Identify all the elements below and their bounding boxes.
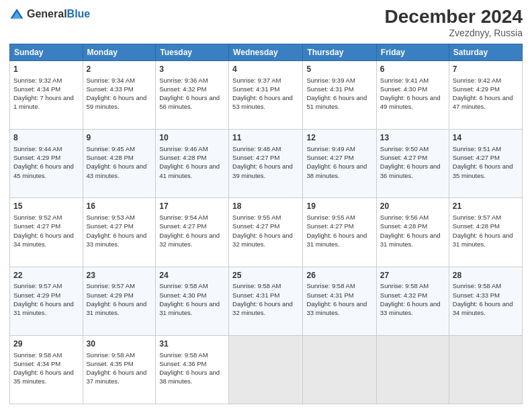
sunrise-label: Sunrise: 9:58 AM	[380, 282, 429, 289]
calendar-cell: 12Sunrise: 9:49 AMSunset: 4:27 PMDayligh…	[303, 130, 376, 198]
daylight-label: Daylight: 7 hours and 1 minute.	[13, 94, 74, 110]
logo-icon	[9, 7, 24, 21]
calendar-cell: 18Sunrise: 9:55 AMSunset: 4:27 PMDayligh…	[229, 198, 303, 267]
calendar-table: Sunday Monday Tuesday Wednesday Thursday…	[9, 44, 523, 404]
location-title: Zvezdnyy, Russia	[385, 28, 523, 38]
day-number: 17	[159, 201, 225, 212]
calendar-cell: 30Sunrise: 9:58 AMSunset: 4:35 PMDayligh…	[83, 335, 156, 404]
day-number: 1	[13, 64, 79, 75]
calendar-cell: 24Sunrise: 9:58 AMSunset: 4:30 PMDayligh…	[156, 267, 229, 335]
sunrise-label: Sunrise: 9:58 AM	[159, 351, 208, 359]
day-number: 15	[13, 201, 79, 212]
sunset-label: Sunset: 4:28 PM	[87, 154, 134, 161]
day-number: 7	[453, 64, 519, 75]
sunrise-label: Sunrise: 9:58 AM	[13, 351, 62, 359]
day-number: 31	[159, 338, 225, 350]
day-number: 5	[306, 64, 372, 75]
sunrise-label: Sunrise: 9:52 AM	[13, 214, 62, 221]
sunset-label: Sunset: 4:34 PM	[13, 360, 60, 367]
sunset-label: Sunset: 4:27 PM	[13, 222, 60, 230]
logo-general: General	[27, 8, 67, 19]
calendar-cell: 5Sunrise: 9:39 AMSunset: 4:31 PMDaylight…	[303, 60, 376, 129]
calendar-cell: 3Sunrise: 9:36 AMSunset: 4:32 PMDaylight…	[156, 60, 229, 129]
logo-text: GeneralBlue	[27, 9, 90, 19]
calendar-week-3: 15Sunrise: 9:52 AMSunset: 4:27 PMDayligh…	[10, 198, 523, 267]
sunrise-label: Sunrise: 9:48 AM	[232, 145, 281, 152]
daylight-label: Daylight: 6 hours and 35 minutes.	[453, 163, 513, 179]
calendar-cell: 25Sunrise: 9:58 AMSunset: 4:31 PMDayligh…	[229, 267, 303, 335]
calendar-cell: 19Sunrise: 9:55 AMSunset: 4:27 PMDayligh…	[303, 198, 376, 267]
calendar-week-5: 29Sunrise: 9:58 AMSunset: 4:34 PMDayligh…	[10, 335, 523, 404]
daylight-label: Daylight: 6 hours and 31 minutes.	[87, 300, 147, 316]
sunrise-label: Sunrise: 9:58 AM	[453, 282, 501, 289]
calendar-cell: 9Sunrise: 9:45 AMSunset: 4:28 PMDaylight…	[83, 130, 156, 198]
daylight-label: Daylight: 6 hours and 34 minutes.	[453, 300, 513, 316]
day-number: 13	[380, 132, 445, 144]
calendar-cell	[303, 335, 376, 404]
daylight-label: Daylight: 6 hours and 38 minutes.	[306, 163, 367, 179]
sunset-label: Sunset: 4:27 PM	[232, 222, 279, 230]
sunset-label: Sunset: 4:29 PM	[13, 154, 60, 161]
sunset-label: Sunset: 4:33 PM	[87, 85, 134, 93]
day-number: 23	[87, 270, 152, 281]
title-block: December 2024 Zvezdnyy, Russia	[385, 7, 523, 38]
sunset-label: Sunset: 4:34 PM	[13, 85, 60, 93]
calendar-cell: 26Sunrise: 9:58 AMSunset: 4:31 PMDayligh…	[303, 267, 376, 335]
sunset-label: Sunset: 4:29 PM	[13, 291, 60, 299]
day-number: 25	[232, 270, 299, 281]
calendar-cell: 15Sunrise: 9:52 AMSunset: 4:27 PMDayligh…	[10, 198, 83, 267]
calendar-cell: 28Sunrise: 9:58 AMSunset: 4:33 PMDayligh…	[449, 267, 522, 335]
daylight-label: Daylight: 6 hours and 37 minutes.	[87, 369, 147, 385]
sunset-label: Sunset: 4:35 PM	[87, 360, 134, 367]
day-number: 28	[453, 270, 519, 281]
daylight-label: Daylight: 6 hours and 35 minutes.	[13, 369, 74, 385]
sunset-label: Sunset: 4:28 PM	[159, 154, 206, 161]
sunrise-label: Sunrise: 9:53 AM	[87, 214, 135, 221]
calendar-cell: 29Sunrise: 9:58 AMSunset: 4:34 PMDayligh…	[10, 335, 83, 404]
calendar-week-4: 22Sunrise: 9:57 AMSunset: 4:29 PMDayligh…	[10, 267, 523, 335]
col-monday: Monday	[83, 44, 156, 60]
sunrise-label: Sunrise: 9:58 AM	[306, 282, 355, 289]
day-number: 26	[306, 270, 372, 281]
daylight-label: Daylight: 6 hours and 33 minutes.	[380, 300, 441, 316]
day-number: 21	[453, 201, 519, 212]
daylight-label: Daylight: 6 hours and 32 minutes.	[232, 300, 293, 316]
calendar-cell: 1Sunrise: 9:32 AMSunset: 4:34 PMDaylight…	[10, 60, 83, 129]
day-number: 3	[159, 64, 225, 75]
day-number: 18	[232, 201, 299, 212]
daylight-label: Daylight: 6 hours and 53 minutes.	[232, 94, 293, 110]
day-number: 16	[87, 201, 152, 212]
sunset-label: Sunset: 4:27 PM	[306, 154, 353, 161]
daylight-label: Daylight: 6 hours and 45 minutes.	[13, 163, 74, 179]
sunset-label: Sunset: 4:33 PM	[453, 291, 500, 299]
col-sunday: Sunday	[10, 44, 83, 60]
header: GeneralBlue December 2024 Zvezdnyy, Russ…	[9, 7, 523, 38]
calendar-cell: 16Sunrise: 9:53 AMSunset: 4:27 PMDayligh…	[83, 198, 156, 267]
calendar-cell	[449, 335, 522, 404]
calendar-cell: 17Sunrise: 9:54 AMSunset: 4:27 PMDayligh…	[156, 198, 229, 267]
day-number: 8	[13, 132, 79, 144]
sunset-label: Sunset: 4:30 PM	[159, 291, 206, 299]
sunrise-label: Sunrise: 9:34 AM	[87, 77, 135, 84]
daylight-label: Daylight: 6 hours and 32 minutes.	[232, 232, 293, 248]
day-number: 24	[159, 270, 225, 281]
sunset-label: Sunset: 4:28 PM	[453, 222, 500, 230]
daylight-label: Daylight: 6 hours and 33 minutes.	[87, 232, 147, 248]
calendar-cell: 21Sunrise: 9:57 AMSunset: 4:28 PMDayligh…	[449, 198, 522, 267]
sunrise-label: Sunrise: 9:58 AM	[232, 282, 281, 289]
sunrise-label: Sunrise: 9:58 AM	[87, 351, 135, 359]
daylight-label: Daylight: 6 hours and 43 minutes.	[87, 163, 147, 179]
daylight-label: Daylight: 6 hours and 31 minutes.	[306, 232, 367, 248]
sunrise-label: Sunrise: 9:57 AM	[13, 282, 62, 289]
daylight-label: Daylight: 6 hours and 31 minutes.	[453, 232, 513, 248]
page: GeneralBlue December 2024 Zvezdnyy, Russ…	[0, 0, 532, 411]
sunrise-label: Sunrise: 9:54 AM	[159, 214, 208, 221]
sunrise-label: Sunrise: 9:41 AM	[380, 77, 429, 84]
daylight-label: Daylight: 6 hours and 32 minutes.	[159, 232, 220, 248]
sunset-label: Sunset: 4:27 PM	[453, 154, 500, 161]
sunrise-label: Sunrise: 9:58 AM	[159, 282, 208, 289]
sunset-label: Sunset: 4:27 PM	[380, 154, 427, 161]
calendar-cell: 11Sunrise: 9:48 AMSunset: 4:27 PMDayligh…	[229, 130, 303, 198]
day-number: 4	[232, 64, 299, 75]
day-number: 9	[87, 132, 152, 144]
